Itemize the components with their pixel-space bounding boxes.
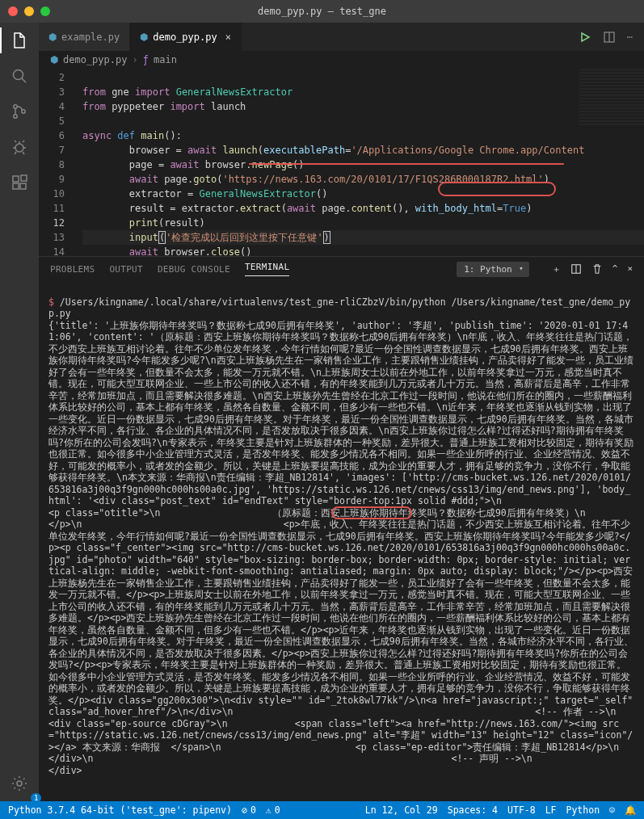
svg-point-1 [14,105,17,108]
tab-label: example.py [61,32,120,43]
split-terminal-icon[interactable] [570,263,582,275]
annotation-body-html-key [331,506,412,519]
status-spaces[interactable]: Spaces: 4 [448,804,498,816]
panel-tab-problems[interactable]: Problems [50,264,95,275]
svg-rect-5 [13,176,19,182]
run-icon[interactable] [579,31,591,44]
panel-tab-debug[interactable]: Debug Console [158,264,230,275]
status-lncol[interactable]: Ln 12, Col 29 [365,804,438,816]
code-editor[interactable]: 234567891011121314 from gne import Gener… [39,69,644,256]
svg-point-2 [14,115,17,118]
svg-point-4 [15,144,23,152]
status-bell-icon[interactable]: 🔔 [625,804,636,816]
panel-tab-output[interactable]: Output [109,264,143,275]
panel: Problems Output Debug Console Terminal 1… [39,256,644,801]
status-warnings[interactable]: ⚠ 0 [266,804,280,816]
terminal-selector[interactable]: 1: Python [457,262,529,277]
status-feedback-icon[interactable]: ☺ [609,804,615,816]
editor-tabs: ⬢ example.py ⬢ demo_pyp.py × ⋯ [39,23,644,51]
breadcrumb-file: demo_pyp.py [63,54,127,65]
symbol-method-icon: ƒ [143,54,149,65]
svg-rect-6 [13,183,19,189]
python-file-icon: ⬢ [50,54,58,65]
debug-icon[interactable] [10,137,29,157]
line-gutter: 234567891011121314 [39,69,76,256]
status-python[interactable]: Python 3.7.4 64-bit ('test_gne': pipenv) [8,804,232,816]
maximize-panel-icon[interactable]: ^ [612,263,618,275]
panel-tab-terminal[interactable]: Terminal [245,262,289,276]
tab-demo-pyp[interactable]: ⬢ demo_pyp.py × [130,23,242,51]
close-panel-icon[interactable]: × [627,263,633,275]
status-bar: Python 3.7.4 64-bit ('test_gne': pipenv)… [0,801,644,819]
status-errors[interactable]: ⊘ 0 [242,804,256,816]
search-icon[interactable] [10,66,29,86]
breadcrumb-symbol: main [154,54,177,65]
panel-tabs: Problems Output Debug Console Terminal 1… [39,257,644,281]
source-control-icon[interactable] [10,102,29,121]
svg-point-3 [22,110,25,113]
kill-terminal-icon[interactable] [591,263,603,275]
status-lang[interactable]: Python [566,804,600,816]
code-content[interactable]: from gne import GeneralNewsExtractor fro… [82,69,644,256]
python-file-icon: ⬢ [48,32,57,43]
terminal-body: {'title': '上班族你期待年终奖吗？数据称七成90后拥有年终奖', 'a… [48,320,644,776]
svg-point-0 [14,70,23,80]
activity-bar: 1 [0,23,39,801]
terminal-output[interactable]: $ /Users/kingname/.local/share/virtualen… [39,281,644,801]
split-editor-icon[interactable] [603,31,616,44]
chevron-right-icon: › [132,54,137,65]
python-file-icon: ⬢ [140,32,148,43]
breadcrumb[interactable]: ⬢ demo_pyp.py › ƒ main [39,51,644,69]
svg-point-9 [17,781,22,786]
more-icon[interactable]: ⋯ [627,32,633,43]
minimap[interactable] [579,69,644,125]
svg-rect-8 [21,175,27,181]
window-title: demo_pyp.py — test_gne [0,6,644,17]
close-tab-icon[interactable]: × [225,32,231,43]
extensions-icon[interactable] [10,173,29,192]
status-encoding[interactable]: UTF-8 [507,804,536,816]
explorer-icon[interactable] [10,31,29,50]
new-terminal-icon[interactable]: ＋ [552,263,561,275]
settings-gear-icon[interactable]: 1 [10,774,29,793]
title-bar: demo_pyp.py — test_gne [0,0,644,23]
status-eol[interactable]: LF [545,804,557,816]
annotation-url-underline [249,163,564,165]
tab-example[interactable]: ⬢ example.py [39,23,130,51]
tab-label: demo_pyp.py [153,32,217,43]
svg-rect-7 [20,183,26,189]
annotation-with-body-html [438,182,556,196]
